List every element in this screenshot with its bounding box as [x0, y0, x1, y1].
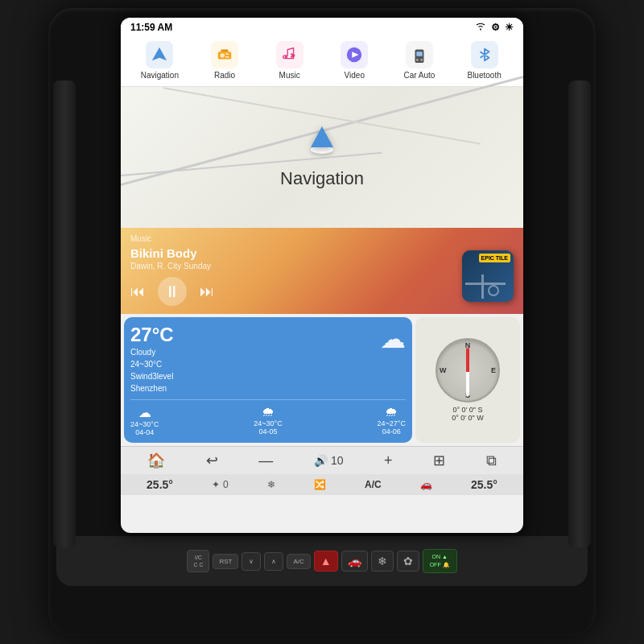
svg-rect-4 — [225, 56, 229, 58]
volume-control: 🔊 10 — [314, 454, 344, 467]
music-content: Bikini Body Dawin, R. City Sunday ⏮ ⏸ ⏭ — [130, 246, 514, 306]
ac-phys-button[interactable]: A/C — [287, 554, 310, 569]
weather-temp: 27°C — [130, 324, 174, 346]
music-section: Music Bikini Body Dawin, R. City Sunday … — [121, 228, 523, 314]
defrost-control[interactable]: ❄ — [267, 479, 275, 490]
svg-rect-3 — [225, 53, 229, 55]
svg-point-12 — [416, 59, 419, 61]
hazard-button[interactable]: ▲ — [314, 551, 338, 572]
app-car-auto[interactable]: Car Auto — [395, 41, 444, 80]
svg-point-16 — [489, 286, 498, 295]
next-button[interactable]: ⏭ — [200, 283, 214, 300]
fan-icon: ✦ — [212, 479, 220, 490]
settings-icon: ⚙ — [491, 22, 500, 33]
svg-point-13 — [420, 59, 423, 61]
wifi-icon — [475, 21, 486, 33]
car-phys-button[interactable]: 🚗 — [341, 551, 368, 572]
nav-center: Navigation — [280, 126, 364, 189]
music-section-label: Music — [130, 234, 514, 243]
nav-area[interactable]: Navigation — [121, 87, 523, 228]
app-navigation[interactable]: Navigation — [135, 41, 184, 80]
ic-button[interactable]: I/CC C — [187, 550, 209, 572]
nav-label: Navigation — [280, 168, 364, 189]
weather-info: 27°C Cloudy 24~30°C Swind3level Shenzhen… — [130, 324, 406, 394]
nav-arrow — [311, 126, 333, 147]
back-button[interactable]: ↩ — [206, 452, 218, 469]
app-car-auto-label: Car Auto — [403, 71, 435, 80]
layers-button[interactable]: ⧉ — [486, 452, 497, 469]
plus-button[interactable]: + — [384, 452, 393, 469]
app-music[interactable]: Music — [266, 41, 314, 80]
app-music-label: Music — [279, 71, 300, 80]
status-bar: 11:59 AM ⚙ ☀ — [121, 18, 523, 36]
svg-rect-5 — [221, 50, 228, 52]
svg-point-7 — [291, 54, 295, 57]
snowflake-button[interactable]: ❄ — [371, 551, 394, 572]
compass-e: E — [491, 366, 496, 374]
compass-coords: 0° 0' 0" S 0° 0' 0" W — [452, 406, 484, 422]
compass-needle — [466, 348, 469, 396]
car-unit: 11:59 AM ⚙ ☀ — [48, 8, 596, 636]
forecast-1: ☁ 24~30°C 04-04 — [130, 405, 159, 436]
fan-value: 0 — [223, 479, 229, 490]
music-controls: ⏮ ⏸ ⏭ — [130, 277, 462, 306]
rst-button[interactable]: RST — [213, 554, 238, 569]
weather-forecast: ☁ 24~30°C 04-04 🌧 24~30°C 04-05 🌧 24~27°… — [130, 399, 406, 436]
up-arrow-button[interactable]: ∧ — [264, 552, 283, 571]
compass-circle: N S E W — [436, 338, 500, 402]
ac-row: 25.5° ✦ 0 ❄ 🔀 A/C 🚗 25.5° — [121, 474, 523, 495]
ac-temp-right: 25.5° — [471, 478, 497, 491]
weather-details: Cloudy 24~30°C Swind3level Shenzhen — [130, 346, 174, 394]
screen-bezel: 11:59 AM ⚙ ☀ — [121, 18, 523, 533]
left-grip — [53, 80, 76, 547]
forecast-3: 🌧 24~27°C 04-06 — [378, 405, 406, 436]
status-icons: ⚙ ☀ — [475, 21, 514, 33]
svg-point-6 — [284, 56, 287, 59]
app-radio[interactable]: Radio — [200, 41, 249, 80]
play-button[interactable]: ⏸ — [158, 277, 187, 306]
music-subtitle: Dawin, R. City Sunday — [130, 262, 462, 270]
album-badge: EPIC TILE — [479, 254, 510, 262]
fan-control[interactable]: ✦ 0 — [212, 479, 229, 490]
seat-heat-control[interactable]: 🔀 — [314, 479, 326, 490]
music-info: Bikini Body Dawin, R. City Sunday ⏮ ⏸ ⏭ — [130, 246, 462, 306]
weather-icon: ☁ — [380, 324, 406, 354]
album-art: EPIC TILE — [462, 250, 514, 302]
compass-widget: N S E W 0° 0' 0" S 0° 0' 0" W — [415, 317, 520, 443]
flower-button[interactable]: ✿ — [397, 551, 419, 572]
down-arrow-button[interactable]: ∨ — [242, 552, 261, 571]
ac-label[interactable]: A/C — [365, 479, 382, 490]
car-icon: 🚗 — [420, 479, 432, 490]
app-navigation-label: Navigation — [141, 71, 179, 80]
svg-marker-0 — [152, 47, 167, 61]
svg-point-2 — [220, 53, 225, 58]
right-grip — [568, 80, 591, 547]
apps-grid-button[interactable]: ⊞ — [433, 452, 445, 469]
weather-widget: 27°C Cloudy 24~30°C Swind3level Shenzhen… — [124, 317, 412, 443]
volume-icon: 🔊 — [314, 454, 328, 467]
music-title: Bikini Body — [130, 246, 462, 260]
weather-left: 27°C Cloudy 24~30°C Swind3level Shenzhen — [130, 324, 174, 394]
clock: 11:59 AM — [130, 22, 172, 33]
prev-button[interactable]: ⏮ — [130, 283, 145, 300]
app-bluetooth-label: Bluetooth — [467, 71, 501, 80]
seat-heat-icon: 🔀 — [314, 479, 326, 490]
minus-button[interactable]: — — [258, 452, 273, 469]
bottom-widgets: 27°C Cloudy 24~30°C Swind3level Shenzhen… — [121, 314, 523, 446]
svg-rect-11 — [416, 52, 422, 56]
home-button[interactable]: 🏠 — [147, 452, 165, 469]
physical-controls: I/CC C RST ∨ ∧ A/C ▲ 🚗 ❄ ✿ ON ▲OFF 🔔 — [56, 536, 588, 586]
compass-w: W — [440, 366, 447, 374]
screen: 11:59 AM ⚙ ☀ — [121, 18, 523, 533]
svg-rect-14 — [465, 283, 506, 285]
ac-temp-left: 25.5° — [147, 478, 173, 491]
svg-rect-15 — [481, 275, 484, 299]
app-video-label: Video — [345, 71, 365, 80]
forecast-2: 🌧 24~30°C 04-05 — [254, 405, 282, 436]
volume-value: 10 — [331, 454, 344, 467]
app-video[interactable]: Video — [330, 41, 378, 80]
onoff-button[interactable]: ON ▲OFF 🔔 — [423, 549, 457, 573]
svg-rect-10 — [415, 50, 423, 64]
toolbar: 🏠 ↩ — 🔊 10 + ⊞ ⧉ — [121, 446, 523, 474]
app-bluetooth[interactable]: Bluetooth — [460, 41, 509, 80]
